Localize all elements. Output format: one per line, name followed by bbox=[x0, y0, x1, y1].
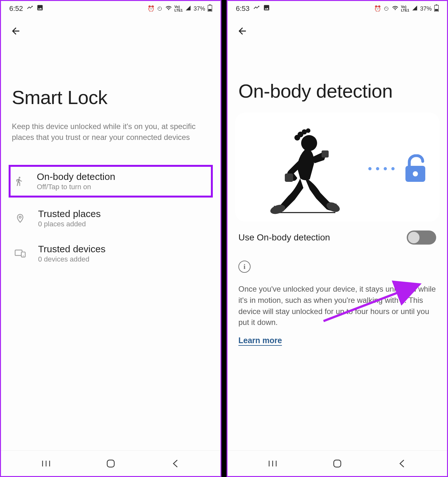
item-title: Trusted devices bbox=[38, 244, 207, 255]
svg-rect-4 bbox=[21, 252, 25, 257]
location-icon bbox=[14, 213, 26, 224]
item-title: Trusted places bbox=[38, 208, 207, 219]
screen-smart-lock: 6:52 ⏰ ⏲ Vo)LTE1 37% bbox=[0, 0, 221, 477]
svg-rect-9 bbox=[107, 460, 114, 467]
page-description: Keep this device unlocked while it's on … bbox=[12, 121, 210, 142]
status-bar: 6:53 ⏰ ⏲ Vo)LTE1 37% bbox=[228, 1, 447, 15]
nav-recents[interactable] bbox=[36, 457, 56, 470]
nav-home[interactable] bbox=[328, 457, 347, 470]
dots-icon bbox=[362, 167, 401, 170]
volte-icon: Vo)LTE1 bbox=[174, 5, 183, 12]
nav-bar bbox=[228, 450, 447, 476]
nav-back[interactable] bbox=[392, 457, 412, 470]
back-button[interactable] bbox=[236, 25, 249, 37]
clock-icon: ⏲ bbox=[384, 5, 389, 12]
info-icon: i bbox=[238, 261, 251, 273]
on-body-toggle[interactable] bbox=[407, 230, 436, 245]
item-title: On-body detection bbox=[37, 171, 208, 182]
svg-point-18 bbox=[301, 135, 317, 151]
alarm-icon: ⏰ bbox=[148, 5, 155, 12]
svg-point-17 bbox=[294, 135, 300, 141]
nav-home[interactable] bbox=[101, 457, 120, 470]
item-subtitle: Off/Tap to turn on bbox=[37, 183, 208, 191]
toggle-knob bbox=[408, 232, 420, 243]
svg-rect-11 bbox=[436, 4, 437, 5]
page-title: Smart Lock bbox=[12, 85, 210, 109]
unlock-icon bbox=[401, 154, 430, 183]
learn-more-link[interactable]: Learn more bbox=[238, 336, 282, 346]
item-trusted-devices[interactable]: Trusted devices 0 devices added bbox=[9, 236, 213, 271]
info-text: Once you've unlocked your device, it sta… bbox=[238, 284, 436, 328]
nav-recents[interactable] bbox=[263, 457, 282, 470]
alarm-icon: ⏰ bbox=[374, 5, 381, 12]
svg-point-24 bbox=[413, 171, 418, 176]
image-icon bbox=[36, 4, 44, 13]
svg-rect-20 bbox=[322, 150, 329, 158]
battery-icon bbox=[208, 4, 212, 13]
clock-icon: ⏲ bbox=[157, 5, 163, 12]
svg-rect-19 bbox=[285, 174, 293, 182]
back-button[interactable] bbox=[9, 25, 22, 37]
signal-icon bbox=[412, 5, 418, 12]
item-trusted-places[interactable]: Trusted places 0 places added bbox=[9, 201, 213, 236]
item-subtitle: 0 places added bbox=[38, 220, 207, 228]
settings-list: On-body detection Off/Tap to turn on Tru… bbox=[1, 155, 220, 271]
nav-bar bbox=[1, 450, 220, 476]
missed-call-icon bbox=[26, 4, 33, 13]
status-bar: 6:52 ⏰ ⏲ Vo)LTE1 37% bbox=[1, 1, 220, 15]
illustration-card bbox=[235, 113, 439, 222]
screen-on-body-detection: 6:53 ⏰ ⏲ Vo)LTE1 37% bbox=[227, 0, 448, 477]
nav-back[interactable] bbox=[166, 457, 185, 470]
wifi-icon bbox=[392, 5, 398, 13]
missed-call-icon bbox=[253, 4, 260, 13]
item-subtitle: 0 devices added bbox=[38, 255, 207, 263]
status-time: 6:53 bbox=[236, 4, 250, 13]
runner-illustration bbox=[245, 122, 362, 215]
svg-point-5 bbox=[23, 255, 24, 256]
wifi-icon bbox=[165, 5, 172, 13]
battery-percent: 37% bbox=[420, 5, 432, 12]
battery-percent: 37% bbox=[194, 5, 205, 12]
battery-icon bbox=[434, 4, 439, 13]
page-title: On-body detection bbox=[238, 79, 436, 103]
toggle-label: Use On-body detection bbox=[238, 232, 330, 243]
svg-rect-12 bbox=[435, 9, 438, 11]
svg-rect-28 bbox=[334, 460, 341, 467]
image-icon bbox=[263, 4, 270, 13]
item-on-body-detection[interactable]: On-body detection Off/Tap to turn on bbox=[9, 165, 213, 198]
status-time: 6:52 bbox=[9, 4, 23, 13]
svg-rect-1 bbox=[209, 4, 211, 5]
walk-icon bbox=[13, 175, 25, 187]
svg-rect-2 bbox=[208, 9, 212, 11]
signal-icon bbox=[185, 5, 191, 12]
volte-icon: Vo)LTE1 bbox=[401, 5, 409, 12]
devices-icon bbox=[14, 248, 26, 259]
